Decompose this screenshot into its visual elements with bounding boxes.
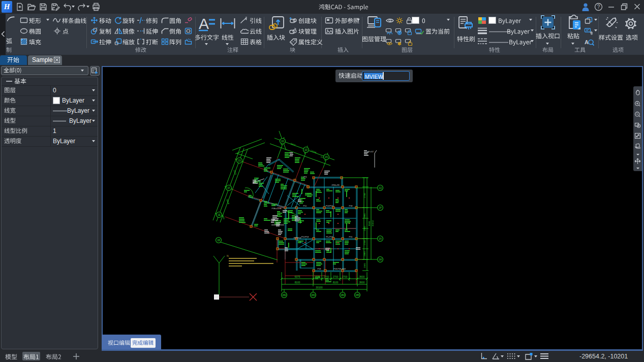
svg-text:P58: P58 xyxy=(318,268,321,270)
svg-text:2880: 2880 xyxy=(363,251,366,256)
svg-text:2881: 2881 xyxy=(363,213,366,218)
svg-text:1S: 1S xyxy=(238,159,241,162)
svg-text:30100: 30100 xyxy=(316,286,323,289)
svg-text:3600: 3600 xyxy=(359,276,365,278)
svg-text:1Q: 1Q xyxy=(379,187,382,189)
svg-text:8100: 8100 xyxy=(333,281,339,284)
svg-text:1M: 1M xyxy=(379,258,382,261)
svg-text:P3Ea/2198: P3Ea/2198 xyxy=(272,208,282,210)
svg-text:N: N xyxy=(227,254,229,257)
svg-text:1B5: 1B5 xyxy=(355,294,360,297)
svg-text:8100: 8100 xyxy=(295,281,300,284)
svg-text:2700: 2700 xyxy=(342,276,348,278)
svg-text:1B3: 1B3 xyxy=(311,294,316,297)
svg-text:2740: 2740 xyxy=(363,240,366,245)
svg-text:4Kc02: 4Kc02 xyxy=(367,150,374,153)
svg-text:?: ? xyxy=(597,4,600,10)
svg-text:P51/P58: P51/P58 xyxy=(301,236,309,238)
svg-text:1N: 1N xyxy=(325,156,328,158)
svg-text:1E: 1E xyxy=(218,214,221,216)
svg-text:2700: 2700 xyxy=(324,276,329,278)
svg-text:30002: 30002 xyxy=(372,220,374,226)
svg-text:A: A xyxy=(199,16,209,32)
svg-text:P58: P58 xyxy=(349,205,353,207)
svg-text:1P: 1P xyxy=(379,207,382,209)
svg-text:5872: 5872 xyxy=(290,143,296,147)
svg-text:4F8: 4F8 xyxy=(303,176,307,178)
svg-text:P53/P56: P53/P56 xyxy=(326,205,333,207)
svg-text:1B4: 1B4 xyxy=(341,294,345,297)
svg-text:2F84+F8: 2F84+F8 xyxy=(331,184,339,186)
svg-text:P55: P55 xyxy=(349,236,353,238)
svg-text:1F: 1F xyxy=(227,187,230,189)
svg-text:2746: 2746 xyxy=(363,193,366,198)
svg-text:2995: 2995 xyxy=(363,263,366,268)
svg-text:P58,P38+P58: P58,P38+P58 xyxy=(333,268,346,270)
svg-text:1D: 1D xyxy=(281,140,285,143)
svg-text:3600: 3600 xyxy=(359,281,365,284)
svg-text:1D: 1D xyxy=(304,149,308,151)
svg-text:8641: 8641 xyxy=(368,221,371,226)
svg-text:2700: 2700 xyxy=(333,276,339,278)
svg-text:1B2: 1B2 xyxy=(282,294,287,297)
svg-text:P52/P58: P52/P58 xyxy=(294,237,301,239)
svg-text:6375: 6375 xyxy=(295,276,300,278)
svg-text:A: A xyxy=(585,39,589,45)
svg-text:P51: P51 xyxy=(303,205,307,207)
svg-text:1B: 1B xyxy=(217,239,220,242)
svg-text:12004: 12004 xyxy=(310,149,317,154)
svg-text:P5+P58: P5+P58 xyxy=(326,236,333,238)
svg-text:1N: 1N xyxy=(379,238,382,240)
svg-text:2520: 2520 xyxy=(233,170,237,175)
svg-text:2980: 2980 xyxy=(363,226,366,231)
svg-text:6904: 6904 xyxy=(226,199,230,205)
